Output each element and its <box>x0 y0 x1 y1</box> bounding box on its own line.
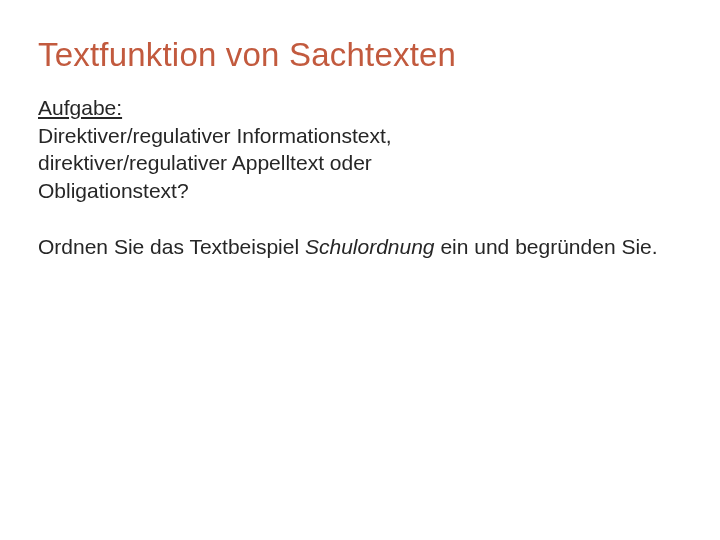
instruction-post: ein und begründen Sie. <box>435 235 658 258</box>
task-line-2: direktiver/regulativer Appelltext oder <box>38 151 372 174</box>
instruction-paragraph: Ordnen Sie das Textbeispiel Schulordnung… <box>38 233 682 261</box>
task-line-3: Obligationstext? <box>38 179 189 202</box>
task-line-1: Direktiver/regulativer Informationstext, <box>38 124 392 147</box>
task-paragraph: Aufgabe: Direktiver/regulativer Informat… <box>38 94 682 205</box>
task-label: Aufgabe: <box>38 96 122 119</box>
instruction-italic: Schulordnung <box>305 235 435 258</box>
slide-title: Textfunktion von Sachtexten <box>38 28 682 74</box>
instruction-pre: Ordnen Sie das Textbeispiel <box>38 235 305 258</box>
slide: Textfunktion von Sachtexten Aufgabe: Dir… <box>0 0 720 540</box>
slide-body: Aufgabe: Direktiver/regulativer Informat… <box>38 94 682 261</box>
